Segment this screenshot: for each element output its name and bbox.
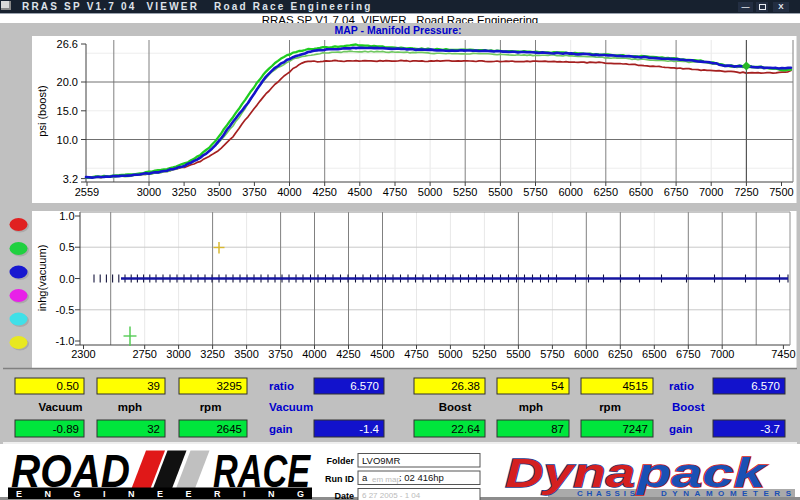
svg-text:4500: 4500	[370, 348, 394, 360]
svg-text:6000: 6000	[558, 186, 582, 198]
svg-text:3500: 3500	[234, 348, 258, 360]
svg-text:Run ID: Run ID	[325, 474, 354, 484]
svg-text:22.64: 22.64	[451, 423, 480, 435]
svg-text:7500: 7500	[769, 186, 793, 198]
svg-text:4000: 4000	[302, 348, 326, 360]
svg-text:Folder: Folder	[326, 456, 354, 466]
svg-text:54: 54	[551, 380, 564, 392]
svg-text:6 27 2005 - 1 04: 6 27 2005 - 1 04	[362, 491, 421, 500]
svg-text:3.2: 3.2	[63, 173, 78, 185]
svg-text:: 02 416hp: : 02 416hp	[399, 472, 444, 483]
svg-text:3000: 3000	[137, 186, 161, 198]
svg-text:6500: 6500	[642, 348, 666, 360]
svg-text:5000: 5000	[418, 186, 442, 198]
svg-text:20.0: 20.0	[57, 76, 78, 88]
svg-text:Vacuum: Vacuum	[269, 401, 313, 413]
svg-text:7247: 7247	[622, 423, 648, 435]
svg-text:ratio: ratio	[669, 380, 694, 392]
svg-text:MAP - Manifold Pressure:: MAP - Manifold Pressure:	[335, 24, 462, 36]
svg-text:0.0: 0.0	[59, 273, 74, 285]
svg-text:a: a	[362, 472, 368, 483]
svg-text:5750: 5750	[523, 186, 547, 198]
svg-text:4000: 4000	[277, 186, 301, 198]
svg-text:3500: 3500	[207, 186, 231, 198]
svg-text:em map: em map	[372, 475, 401, 484]
svg-text:gain: gain	[669, 423, 693, 435]
svg-text:32: 32	[147, 423, 160, 435]
svg-text:2645: 2645	[216, 423, 242, 435]
svg-text:7250: 7250	[734, 186, 758, 198]
svg-text:gain: gain	[269, 423, 293, 435]
svg-text:0.50: 0.50	[57, 380, 79, 392]
svg-text:inhg(vacuum): inhg(vacuum)	[36, 245, 48, 312]
svg-text:LVO9MR: LVO9MR	[362, 455, 401, 466]
svg-text:5250: 5250	[472, 348, 496, 360]
svg-text:5000: 5000	[438, 348, 462, 360]
svg-text:6.570: 6.570	[751, 380, 780, 392]
svg-text:6.570: 6.570	[350, 380, 379, 392]
svg-text:psi (boost): psi (boost)	[36, 85, 48, 136]
svg-text:6750: 6750	[664, 186, 688, 198]
svg-text:mph: mph	[519, 401, 543, 413]
svg-text:3750: 3750	[242, 186, 266, 198]
svg-text:rpm: rpm	[200, 401, 222, 413]
svg-text:15.0: 15.0	[57, 105, 78, 117]
svg-text:pack: pack	[636, 451, 768, 495]
svg-text:7000: 7000	[699, 186, 723, 198]
svg-text:3250: 3250	[172, 186, 196, 198]
svg-text:10.0: 10.0	[57, 134, 78, 146]
svg-text:5500: 5500	[506, 348, 530, 360]
svg-text:4250: 4250	[312, 186, 336, 198]
svg-text:2750: 2750	[132, 348, 156, 360]
svg-text:6250: 6250	[594, 186, 618, 198]
svg-text:6750: 6750	[676, 348, 700, 360]
svg-text:3250: 3250	[200, 348, 224, 360]
svg-text:0.5: 0.5	[59, 241, 74, 253]
svg-text:4750: 4750	[404, 348, 428, 360]
svg-text:39: 39	[147, 380, 160, 392]
svg-text:26.38: 26.38	[451, 380, 480, 392]
svg-text:-1.0: -1.0	[56, 335, 75, 347]
svg-text:4500: 4500	[348, 186, 372, 198]
svg-text:26.6: 26.6	[57, 38, 78, 50]
svg-text:5750: 5750	[540, 348, 564, 360]
svg-text:-0.89: -0.89	[53, 423, 79, 435]
svg-text:Date: Date	[334, 491, 354, 500]
svg-text:5250: 5250	[453, 186, 477, 198]
svg-text:3295: 3295	[216, 380, 242, 392]
svg-text:87: 87	[551, 423, 564, 435]
svg-text:3750: 3750	[268, 348, 292, 360]
svg-text:Boost: Boost	[439, 401, 472, 413]
svg-text:6000: 6000	[574, 348, 598, 360]
svg-text:2559: 2559	[75, 186, 99, 198]
svg-text:4750: 4750	[383, 186, 407, 198]
svg-text:mph: mph	[118, 401, 142, 413]
svg-text:-1.4: -1.4	[359, 423, 379, 435]
svg-text:3000: 3000	[166, 348, 190, 360]
svg-text:Boost: Boost	[672, 401, 705, 413]
svg-text:Vacuum: Vacuum	[38, 401, 82, 413]
svg-text:6250: 6250	[608, 348, 632, 360]
svg-text:5500: 5500	[488, 186, 512, 198]
svg-text:4250: 4250	[336, 348, 360, 360]
svg-text:ratio: ratio	[269, 380, 294, 392]
svg-text:4515: 4515	[622, 380, 648, 392]
svg-text:rpm: rpm	[599, 401, 621, 413]
svg-text:1.0: 1.0	[59, 210, 74, 222]
svg-text:7000: 7000	[710, 348, 734, 360]
svg-text:6500: 6500	[629, 186, 653, 198]
svg-text:-3.7: -3.7	[760, 423, 780, 435]
svg-text:-0.5: -0.5	[56, 304, 75, 316]
svg-text:7450: 7450	[771, 348, 795, 360]
svg-text:2300: 2300	[71, 348, 95, 360]
